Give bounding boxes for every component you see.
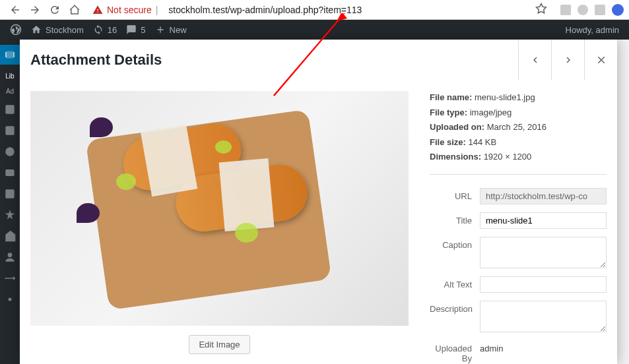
- description-textarea[interactable]: [480, 301, 607, 332]
- svg-rect-4: [5, 169, 14, 176]
- svg-point-6: [8, 253, 13, 257]
- url-input[interactable]: [480, 188, 607, 204]
- filename-value: menu-slide1.jpg: [475, 92, 535, 102]
- svg-point-3: [5, 147, 14, 156]
- update-count: 16: [108, 25, 117, 35]
- close-modal-button[interactable]: [584, 40, 617, 80]
- svg-rect-5: [5, 189, 14, 198]
- sidebar-icon[interactable]: [3, 293, 17, 306]
- new-label: New: [170, 25, 187, 35]
- title-label: Title: [430, 212, 480, 226]
- caption-label: Caption: [430, 237, 480, 250]
- caption-textarea[interactable]: [480, 237, 607, 268]
- details-panel: File name: menu-slide1.jpg File type: im…: [419, 80, 617, 364]
- filetype-value: image/jpeg: [470, 107, 512, 117]
- sidebar-icon[interactable]: [3, 145, 17, 158]
- uploadedby-label: Uploaded By: [430, 340, 480, 363]
- back-button[interactable]: [7, 2, 23, 18]
- reload-button[interactable]: [47, 2, 63, 18]
- howdy-user[interactable]: Howdy, admin: [566, 25, 619, 35]
- sidebar-icon[interactable]: [3, 103, 17, 116]
- modal-title: Attachment Details: [30, 51, 518, 69]
- svg-rect-1: [5, 105, 14, 113]
- svg-point-7: [9, 298, 12, 301]
- edit-image-button[interactable]: Edit Image: [189, 335, 249, 354]
- url-divider: |: [156, 5, 158, 15]
- sidebar-icon[interactable]: [3, 272, 17, 285]
- extension-icon[interactable]: [595, 5, 605, 15]
- alttext-input[interactable]: [480, 276, 607, 293]
- wp-admin-bar: Stockhom 16 5 New Howdy, admin: [0, 20, 629, 40]
- uploaded-value: March 25, 2016: [487, 122, 546, 132]
- alttext-label: Alt Text: [430, 276, 480, 289]
- comments-link[interactable]: 5: [126, 24, 145, 35]
- description-label: Description: [430, 301, 480, 314]
- extension-icon[interactable]: [560, 5, 571, 15]
- library-label[interactable]: Lib: [5, 73, 14, 80]
- addnew-label[interactable]: Ad: [6, 88, 14, 95]
- forward-button[interactable]: [27, 2, 43, 18]
- filesize-value: 144 KB: [469, 137, 497, 147]
- sidebar-icon[interactable]: [3, 124, 17, 137]
- filetype-label: File type:: [430, 107, 467, 117]
- bookmark-star-icon[interactable]: [535, 3, 547, 16]
- next-attachment-button[interactable]: [551, 40, 584, 80]
- browser-toolbar: Not secure | stockholm.test/wp-admin/upl…: [0, 0, 629, 20]
- divider: [430, 174, 607, 175]
- media-preview: Edit Image: [20, 80, 419, 364]
- sidebar-icon[interactable]: [3, 187, 17, 200]
- modal-header: Attachment Details: [20, 40, 617, 80]
- not-secure-warning: Not secure: [92, 5, 152, 15]
- extension-icons: [560, 4, 624, 16]
- sidebar-icon[interactable]: [3, 208, 17, 222]
- site-name: Stockhom: [46, 25, 84, 35]
- sidebar-icon[interactable]: [3, 251, 17, 264]
- filesize-label: File size:: [430, 137, 466, 147]
- url-label: URL: [430, 188, 480, 201]
- extension-icon[interactable]: [578, 5, 588, 15]
- url-text: stockholm.test/wp-admin/upload.php?item=…: [168, 5, 362, 15]
- sidebar-icon[interactable]: [3, 229, 17, 243]
- attachment-details-modal: Attachment Details: [20, 40, 617, 364]
- uploaded-label: Uploaded on:: [430, 122, 484, 132]
- home-button[interactable]: [67, 2, 83, 18]
- dimensions-value: 1920 × 1200: [484, 152, 532, 162]
- media-menu-icon[interactable]: [0, 45, 20, 65]
- title-input[interactable]: [480, 212, 607, 229]
- comment-count: 5: [141, 25, 145, 35]
- uploadedby-value: admin: [480, 340, 503, 363]
- sidebar-icon[interactable]: [3, 166, 17, 179]
- filename-label: File name:: [430, 92, 472, 102]
- wp-sidebar: Lib Ad: [0, 40, 20, 364]
- profile-avatar[interactable]: [612, 4, 624, 16]
- not-secure-text: Not secure: [107, 5, 152, 15]
- dimensions-label: Dimensions:: [430, 152, 481, 162]
- new-content-link[interactable]: New: [155, 24, 187, 35]
- address-bar[interactable]: Not secure | stockholm.test/wp-admin/upl…: [92, 5, 535, 15]
- wp-logo-icon[interactable]: [10, 24, 22, 36]
- site-link[interactable]: Stockhom: [31, 24, 84, 35]
- svg-rect-2: [5, 126, 14, 135]
- updates-link[interactable]: 16: [93, 24, 117, 35]
- prev-attachment-button[interactable]: [518, 40, 551, 80]
- attachment-image: [30, 91, 409, 326]
